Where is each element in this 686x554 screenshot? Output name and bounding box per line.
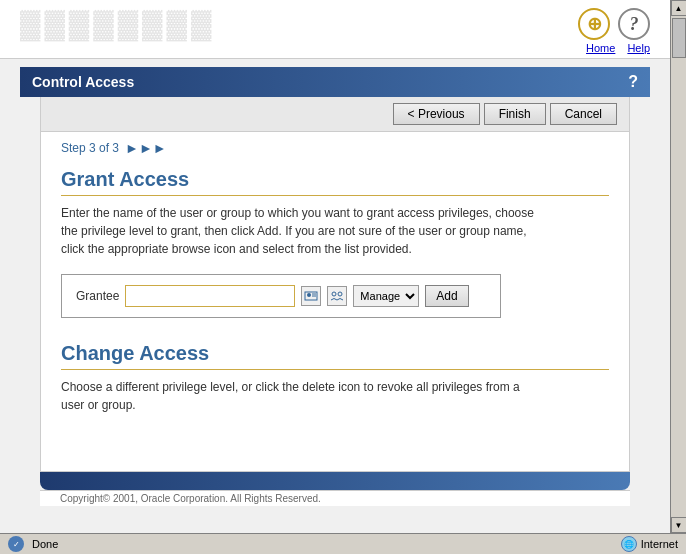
scroll-down-arrow[interactable]: ▼ [671, 517, 687, 533]
zone-text: Internet [641, 538, 678, 550]
nav-links: Home Help [586, 42, 650, 54]
main-area: ▓▓▓▓▓▓▓▓ ⊕ ? Home Help [0, 0, 670, 533]
svg-point-1 [307, 293, 311, 297]
main-content: Step 3 of 3 ►►► Grant Access Enter the n… [40, 132, 630, 472]
title-bar: Control Access ? [20, 67, 650, 97]
grantee-form: Grantee [61, 274, 501, 318]
browse-groups-icon[interactable] [327, 286, 347, 306]
copyright-text: Copyright© 2001, Oracle Corporation. All… [60, 493, 321, 504]
page-header: ▓▓▓▓▓▓▓▓ ⊕ ? Home Help [0, 0, 670, 59]
scroll-up-arrow[interactable]: ▲ [671, 0, 687, 16]
grantee-label: Grantee [76, 289, 119, 303]
home-link[interactable]: Home [586, 42, 615, 54]
cancel-button[interactable]: Cancel [550, 103, 617, 125]
grant-access-title: Grant Access [61, 168, 609, 196]
logo-area: ▓▓▓▓▓▓▓▓ [20, 8, 215, 40]
change-access-title: Change Access [61, 342, 609, 370]
change-access-description: Choose a different privilege level, or c… [61, 378, 541, 414]
browse-users-icon[interactable] [301, 286, 321, 306]
status-icon: ✓ [8, 536, 24, 552]
grant-access-description: Enter the name of the user or group to w… [61, 204, 541, 258]
copyright-bar: Copyright© 2001, Oracle Corporation. All… [40, 490, 630, 506]
step-indicator: Step 3 of 3 ►►► [61, 140, 609, 156]
previous-button[interactable]: < Previous [393, 103, 480, 125]
grantee-input[interactable] [125, 285, 295, 307]
logo: ▓▓▓▓▓▓▓▓ [20, 8, 215, 40]
finish-button[interactable]: Finish [484, 103, 546, 125]
help-nav-icon[interactable]: ? [618, 8, 650, 40]
action-bar: < Previous Finish Cancel [40, 97, 630, 132]
page-title: Control Access [32, 74, 134, 90]
groups-browse-svg [330, 289, 344, 303]
svg-point-5 [338, 292, 342, 296]
status-text: Done [32, 538, 58, 550]
title-section: Control Access ? < Previous Finish Cance… [20, 67, 650, 506]
icon-row: ⊕ ? [578, 8, 650, 40]
globe-nav-icon[interactable]: ⊕ [578, 8, 610, 40]
step-text: Step 3 of 3 [61, 141, 119, 155]
globe-zone-icon: 🌐 [621, 536, 637, 552]
title-help-icon[interactable]: ? [628, 73, 638, 91]
help-link[interactable]: Help [627, 42, 650, 54]
grant-access-section: Grant Access Enter the name of the user … [61, 168, 609, 318]
internet-zone: 🌐 Internet [621, 536, 678, 552]
bottom-bar [40, 472, 630, 490]
privilege-select[interactable]: Manage View Edit [353, 285, 419, 307]
users-browse-svg [304, 289, 318, 303]
change-access-section: Change Access Choose a different privile… [61, 342, 609, 414]
scrollbar[interactable]: ▲ ▼ [670, 0, 686, 533]
svg-point-4 [332, 292, 336, 296]
scroll-thumb[interactable] [672, 18, 686, 58]
add-button[interactable]: Add [425, 285, 468, 307]
status-bar: ✓ Done 🌐 Internet [0, 533, 686, 554]
step-arrows-icon: ►►► [125, 140, 167, 156]
nav-icons: ⊕ ? Home Help [578, 8, 650, 54]
page-wrapper: ▓▓▓▓▓▓▓▓ ⊕ ? Home Help [0, 0, 686, 554]
